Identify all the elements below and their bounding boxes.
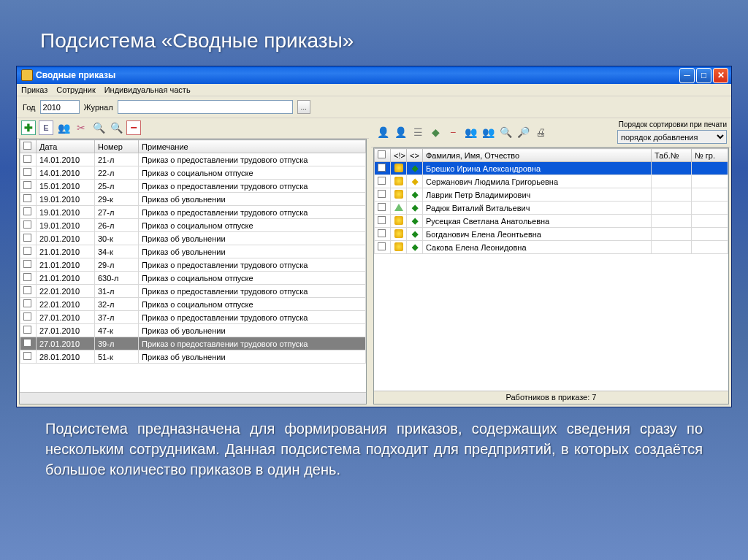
- table-row[interactable]: 27.01.2010 37-л Приказ о предоставлении …: [20, 311, 366, 324]
- table-row[interactable]: ◆ Сержанович Людмила Григорьевна: [375, 175, 728, 188]
- edit-order-button[interactable]: E: [39, 120, 53, 135]
- table-row[interactable]: ◆ Богданович Елена Леонтьевна: [375, 228, 728, 241]
- find-icon[interactable]: 🔍: [91, 120, 106, 135]
- check-all-emp[interactable]: [378, 150, 386, 158]
- menu-order[interactable]: Приказ: [21, 85, 47, 94]
- table-row[interactable]: 14.01.2010 21-л Приказ о предоставлении …: [20, 153, 366, 166]
- group2-icon[interactable]: 👥: [481, 125, 495, 139]
- table-row[interactable]: ◆ Радюк Виталий Витальевич: [375, 202, 728, 215]
- check-all-orders[interactable]: [23, 142, 31, 150]
- remove-emp-icon[interactable]: −: [446, 125, 460, 139]
- row-checkbox[interactable]: [378, 216, 386, 224]
- minimize-button[interactable]: ─: [679, 68, 695, 83]
- maximize-button[interactable]: □: [696, 68, 711, 83]
- cell-gr: [692, 188, 728, 202]
- findnext-icon[interactable]: 🔍: [109, 120, 123, 135]
- print-icon[interactable]: 🖨: [533, 125, 548, 139]
- col-number[interactable]: Номер: [95, 140, 139, 153]
- app-icon: [21, 69, 33, 81]
- search-emp-icon[interactable]: 🔍: [498, 125, 513, 139]
- star-icon: [394, 216, 403, 225]
- cell-date: 21.01.2010: [37, 272, 95, 285]
- orders-grid[interactable]: Дата Номер Примечание 14.01.2010 21-л Пр…: [19, 139, 367, 404]
- row-checkbox[interactable]: [23, 247, 31, 255]
- row-checkbox[interactable]: [23, 312, 31, 321]
- year-input[interactable]: [40, 100, 80, 114]
- table-row[interactable]: 22.01.2010 32-л Приказ о социальном отпу…: [20, 298, 366, 311]
- col-tab[interactable]: Таб.№: [652, 149, 692, 162]
- row-checkbox[interactable]: [23, 299, 31, 307]
- add-order-button[interactable]: ✚: [21, 120, 36, 135]
- table-row[interactable]: 15.01.2010 25-л Приказ о предоставлении …: [20, 180, 366, 193]
- table-row[interactable]: 19.01.2010 27-л Приказ о предоставлении …: [20, 206, 366, 219]
- person-add-icon[interactable]: 👤: [393, 125, 408, 139]
- triangle-icon: [394, 204, 403, 211]
- table-row[interactable]: 22.01.2010 31-л Приказ о предоставлении …: [20, 285, 366, 298]
- col-note[interactable]: Примечание: [139, 140, 366, 153]
- col-fio[interactable]: Фамилия, Имя, Отчество: [423, 149, 652, 162]
- delete-order-button[interactable]: −: [126, 120, 141, 135]
- col-icon2[interactable]: <>: [407, 149, 423, 162]
- col-date[interactable]: Дата: [37, 140, 95, 153]
- person-icon[interactable]: 👤: [375, 125, 390, 139]
- table-row[interactable]: ◆ Сакова Елена Леонидовна: [375, 241, 728, 254]
- row-checkbox[interactable]: [23, 155, 31, 163]
- cell-note: Приказ об увольнении: [139, 350, 366, 364]
- table-row[interactable]: ◆ Брешко Ирина Александровна: [375, 162, 728, 175]
- row-checkbox[interactable]: [378, 242, 386, 250]
- table-row[interactable]: 28.01.2010 51-к Приказ об увольнении: [20, 350, 366, 364]
- table-row[interactable]: 21.01.2010 29-л Приказ о предоставлении …: [20, 258, 366, 272]
- people-icon[interactable]: 👥: [56, 120, 71, 135]
- table-row[interactable]: 14.01.2010 22-л Приказ о социальном отпу…: [20, 166, 366, 180]
- journal-input[interactable]: [118, 100, 293, 114]
- table-row[interactable]: 20.01.2010 30-к Приказ об увольнении: [20, 232, 366, 245]
- row-checkbox[interactable]: [23, 273, 31, 281]
- col-gr[interactable]: № гр.: [692, 149, 728, 162]
- cell-tab: [652, 175, 692, 188]
- row-checkbox[interactable]: [23, 260, 31, 268]
- row-checkbox[interactable]: [23, 220, 31, 229]
- cell-tab: [652, 162, 692, 175]
- row-checkbox[interactable]: [23, 207, 31, 215]
- table-row[interactable]: 27.01.2010 47-к Приказ об увольнении: [20, 324, 366, 337]
- slide-title: Подсистема «Сводные приказы»: [0, 0, 748, 60]
- table-row[interactable]: ◆ Лаврик Петр Владимирович: [375, 188, 728, 202]
- col-icon1[interactable]: <!>: [391, 149, 407, 162]
- table-row[interactable]: 19.01.2010 29-к Приказ об увольнении: [20, 193, 366, 206]
- row-checkbox[interactable]: [378, 203, 386, 211]
- orders-scrollbar[interactable]: [20, 392, 366, 404]
- cut-icon[interactable]: ✂: [74, 120, 88, 135]
- row-checkbox[interactable]: [378, 177, 386, 185]
- orders-toolbar: ✚ E 👥 ✂ 🔍 🔍 −: [17, 118, 369, 139]
- search2-emp-icon[interactable]: 🔎: [516, 125, 530, 139]
- list-icon[interactable]: ☰: [411, 125, 425, 139]
- group-icon[interactable]: 👥: [463, 125, 478, 139]
- row-checkbox[interactable]: [23, 181, 31, 189]
- journal-browse-button[interactable]: …: [297, 100, 310, 114]
- cell-note: Приказ о предоставлении трудового отпуск…: [139, 153, 366, 166]
- row-checkbox[interactable]: [378, 190, 386, 198]
- row-checkbox[interactable]: [23, 194, 31, 202]
- row-checkbox[interactable]: [378, 164, 386, 172]
- table-row[interactable]: 27.01.2010 39-л Приказ о предоставлении …: [20, 337, 366, 350]
- table-row[interactable]: 19.01.2010 26-л Приказ о социальном отпу…: [20, 219, 366, 232]
- cell-date: 15.01.2010: [37, 180, 95, 193]
- row-checkbox[interactable]: [378, 229, 386, 237]
- row-checkbox[interactable]: [23, 339, 31, 347]
- menu-employee[interactable]: Сотрудник: [56, 85, 95, 94]
- menu-individual[interactable]: Индивидуальная часть: [104, 85, 191, 94]
- row-checkbox[interactable]: [23, 234, 31, 242]
- employees-grid[interactable]: <!> <> Фамилия, Имя, Отчество Таб.№ № гр…: [373, 147, 729, 404]
- row-checkbox[interactable]: [23, 326, 31, 334]
- row-checkbox[interactable]: [23, 352, 31, 360]
- table-row[interactable]: 21.01.2010 34-к Приказ об увольнении: [20, 245, 366, 258]
- row-checkbox[interactable]: [23, 168, 31, 176]
- row-checkbox[interactable]: [23, 286, 31, 294]
- cell-gr: [692, 215, 728, 228]
- cell-note: Приказ о предоставлении трудового отпуск…: [139, 311, 366, 324]
- add-emp-icon[interactable]: ◆: [428, 125, 443, 139]
- close-button[interactable]: ✕: [713, 68, 728, 83]
- table-row[interactable]: 21.01.2010 630-л Приказ о социальном отп…: [20, 272, 366, 285]
- sort-select[interactable]: порядок добавления: [617, 130, 727, 144]
- table-row[interactable]: ◆ Русецкая Светлана Анатольевна: [375, 215, 728, 228]
